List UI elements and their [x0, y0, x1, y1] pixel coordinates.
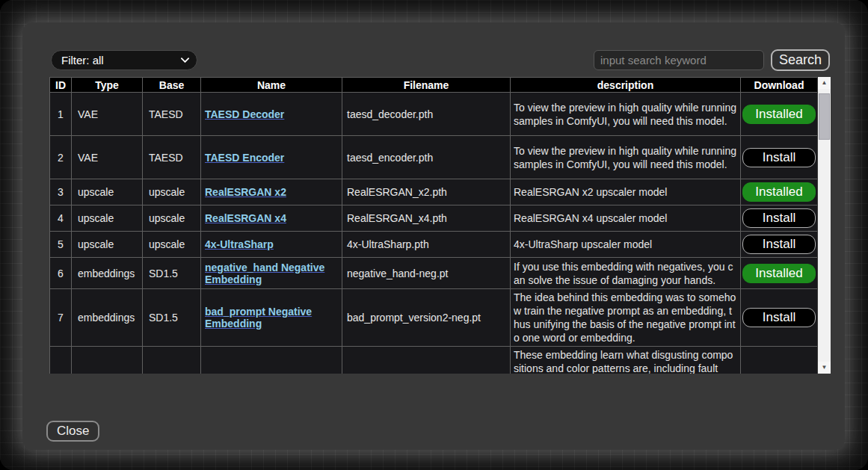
model-table-body: 1VAETAESDTAESD Decodertaesd_decoder.pthT… — [50, 93, 818, 374]
model-filename-cell: taesd_encoder.pth — [342, 136, 511, 179]
models-table-container: IDTypeBaseNameFilenamedescriptionDownloa… — [49, 77, 817, 374]
model-name-cell: RealESRGAN x4 — [201, 205, 342, 232]
installed-button[interactable]: Installed — [742, 264, 816, 283]
model-type-cell: VAE — [72, 93, 143, 136]
model-description-cell: These embedding learn what disgusting co… — [511, 347, 741, 374]
install-button[interactable]: Install — [742, 148, 816, 167]
model-name-cell: TAESD Decoder — [201, 93, 342, 136]
model-filename-cell: negative_hand-neg.pt — [342, 258, 511, 289]
table-row: 6embeddingsSD1.5negative_hand Negative E… — [50, 258, 818, 289]
model-type-cell: upscale — [72, 232, 143, 258]
download-cell: Install — [741, 289, 818, 347]
model-id-cell: 1 — [50, 93, 72, 136]
model-filename-cell — [342, 347, 511, 374]
column-header: Name — [201, 78, 342, 93]
model-base-cell: TAESD — [143, 93, 201, 136]
filter-dropdown[interactable]: Filter: all — [51, 50, 197, 70]
column-header: Base — [143, 78, 201, 93]
model-description-cell: To view the preview in high quality whil… — [511, 136, 741, 179]
model-type-cell: upscale — [72, 205, 143, 232]
model-filename-cell: taesd_decoder.pth — [342, 93, 511, 136]
close-button[interactable]: Close — [46, 421, 99, 442]
model-name-cell — [201, 347, 342, 374]
column-header: ID — [50, 78, 72, 93]
model-type-cell: embeddings — [72, 289, 143, 347]
model-base-cell: upscale — [143, 179, 201, 205]
download-cell: Installed — [741, 93, 818, 136]
model-id-cell: 6 — [50, 258, 72, 289]
model-base-cell: upscale — [143, 205, 201, 232]
table-row: 3upscaleupscaleRealESRGAN x2RealESRGAN_x… — [50, 179, 818, 205]
model-link[interactable]: 4x-UltraSharp — [205, 238, 274, 250]
column-header: description — [511, 78, 741, 93]
model-base-cell: SD1.5 — [143, 289, 201, 347]
column-header: Type — [72, 78, 143, 93]
model-id-cell: 4 — [50, 205, 72, 232]
model-name-cell: RealESRGAN x2 — [201, 179, 342, 205]
download-cell: Install — [741, 136, 818, 179]
install-button[interactable]: Install — [742, 308, 816, 327]
model-base-cell: upscale — [143, 232, 201, 258]
model-description-cell: RealESRGAN x4 upscaler model — [511, 205, 741, 232]
model-id-cell: 5 — [50, 232, 72, 258]
download-cell: Installed — [741, 258, 818, 289]
chevron-down-icon — [181, 58, 189, 63]
table-row: 1VAETAESDTAESD Decodertaesd_decoder.pthT… — [50, 93, 818, 136]
download-cell — [741, 347, 818, 374]
install-button[interactable]: Install — [742, 235, 816, 254]
model-link[interactable]: bad_prompt Negative Embedding — [205, 306, 312, 330]
install-models-dialog: Filter: all Search IDTypeBaseNameFilenam… — [22, 22, 845, 450]
scroll-down-icon[interactable]: ▼ — [818, 362, 831, 374]
model-link[interactable]: RealESRGAN x2 — [205, 186, 286, 198]
model-base-cell: SD1.5 — [143, 258, 201, 289]
search-input[interactable] — [594, 50, 764, 70]
model-id-cell: 7 — [50, 289, 72, 347]
model-filename-cell: bad_prompt_version2-neg.pt — [342, 289, 511, 347]
model-link[interactable]: negative_hand Negative Embedding — [205, 262, 324, 285]
model-description-cell: RealESRGAN x2 upscaler model — [511, 179, 741, 205]
installed-button[interactable]: Installed — [742, 182, 816, 202]
model-id-cell: 3 — [50, 179, 72, 205]
model-type-cell: upscale — [72, 179, 143, 205]
table-row: 2VAETAESDTAESD Encodertaesd_encoder.pthT… — [50, 136, 818, 179]
model-link[interactable]: TAESD Decoder — [205, 108, 284, 120]
model-filename-cell: RealESRGAN_x2.pth — [342, 179, 511, 205]
table-row: 7embeddingsSD1.5bad_prompt Negative Embe… — [50, 289, 818, 347]
scroll-up-icon[interactable]: ▲ — [818, 77, 831, 89]
model-filename-cell: 4x-UltraSharp.pth — [342, 232, 511, 258]
model-link[interactable]: TAESD Encoder — [205, 152, 284, 164]
model-link[interactable]: RealESRGAN x4 — [205, 212, 286, 224]
model-id-cell — [50, 347, 72, 374]
models-table: IDTypeBaseNameFilenamedescriptionDownloa… — [49, 77, 817, 374]
table-scrollbar[interactable]: ▲ ▼ — [818, 77, 831, 374]
table-row: 4upscaleupscaleRealESRGAN x4RealESRGAN_x… — [50, 205, 818, 232]
install-button[interactable]: Install — [742, 208, 816, 228]
model-description-cell: To view the preview in high quality whil… — [511, 93, 741, 136]
model-base-cell — [143, 347, 201, 374]
model-type-cell — [72, 347, 143, 374]
download-cell: Install — [741, 232, 818, 258]
model-id-cell: 2 — [50, 136, 72, 179]
model-description-cell: The idea behind this embedding was to so… — [511, 289, 741, 347]
search-button[interactable]: Search — [771, 49, 830, 71]
model-description-cell: 4x-UltraSharp upscaler model — [511, 232, 741, 258]
installed-button[interactable]: Installed — [742, 105, 816, 124]
model-name-cell: negative_hand Negative Embedding — [201, 258, 342, 289]
download-cell: Install — [741, 205, 818, 232]
scrollbar-thumb[interactable] — [819, 93, 830, 140]
model-name-cell: TAESD Encoder — [201, 136, 342, 179]
download-cell: Installed — [741, 179, 818, 205]
table-header-row: IDTypeBaseNameFilenamedescriptionDownloa… — [50, 78, 818, 93]
filter-selected-value: Filter: all — [61, 54, 181, 67]
model-type-cell: embeddings — [72, 258, 143, 289]
model-description-cell: If you use this embedding with negatives… — [511, 258, 741, 289]
column-header: Download — [741, 78, 818, 93]
app-canvas: Filter: all Search IDTypeBaseNameFilenam… — [0, 0, 868, 470]
model-type-cell: VAE — [72, 136, 143, 179]
column-header: Filename — [342, 78, 511, 93]
model-filename-cell: RealESRGAN_x4.pth — [342, 205, 511, 232]
table-row: 5upscaleupscale4x-UltraSharp4x-UltraShar… — [50, 232, 818, 258]
model-name-cell: 4x-UltraSharp — [201, 232, 342, 258]
table-row: These embedding learn what disgusting co… — [50, 347, 818, 374]
model-name-cell: bad_prompt Negative Embedding — [201, 289, 342, 347]
